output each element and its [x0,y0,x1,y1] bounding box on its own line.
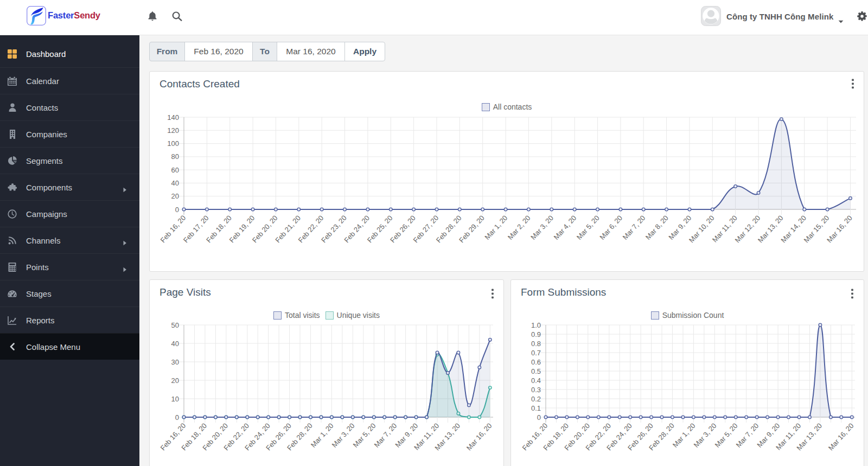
svg-text:Mar 5, 20: Mar 5, 20 [575,214,601,241]
svg-text:Mar 8, 20: Mar 8, 20 [644,214,670,241]
svg-text:30: 30 [171,358,179,366]
svg-text:1.0: 1.0 [531,321,541,329]
svg-text:Mar 4, 20: Mar 4, 20 [552,214,578,241]
svg-text:Mar 7, 20: Mar 7, 20 [621,214,647,241]
svg-text:Mar 1, 20: Mar 1, 20 [483,214,509,241]
svg-text:80: 80 [171,152,179,161]
svg-text:140: 140 [167,113,179,122]
svg-text:60: 60 [171,166,179,174]
svg-text:0.7: 0.7 [531,349,541,357]
svg-text:Mar 16, 20: Mar 16, 20 [465,422,494,452]
svg-text:0.4: 0.4 [531,376,541,385]
svg-text:20: 20 [171,192,179,200]
svg-text:120: 120 [167,126,179,135]
svg-text:40: 40 [171,179,179,187]
svg-text:0.6: 0.6 [531,358,541,366]
svg-text:0.1: 0.1 [531,404,541,412]
svg-text:0.5: 0.5 [531,367,541,375]
svg-text:0.9: 0.9 [531,330,541,339]
svg-text:50: 50 [171,321,179,329]
svg-text:Mar 6, 20: Mar 6, 20 [598,214,624,241]
svg-text:20: 20 [171,376,179,385]
svg-text:Mar 16, 20: Mar 16, 20 [827,422,856,452]
svg-text:0.3: 0.3 [531,386,541,394]
svg-text:10: 10 [171,395,179,403]
svg-text:Mar 2, 20: Mar 2, 20 [506,214,532,241]
svg-text:0: 0 [175,206,179,214]
svg-text:0.2: 0.2 [531,395,541,403]
svg-text:0: 0 [175,413,179,422]
svg-text:Mar 3, 20: Mar 3, 20 [529,214,555,241]
svg-text:0: 0 [537,413,541,422]
svg-text:40: 40 [171,340,179,348]
svg-text:100: 100 [167,139,179,148]
svg-text:0.8: 0.8 [531,340,541,348]
